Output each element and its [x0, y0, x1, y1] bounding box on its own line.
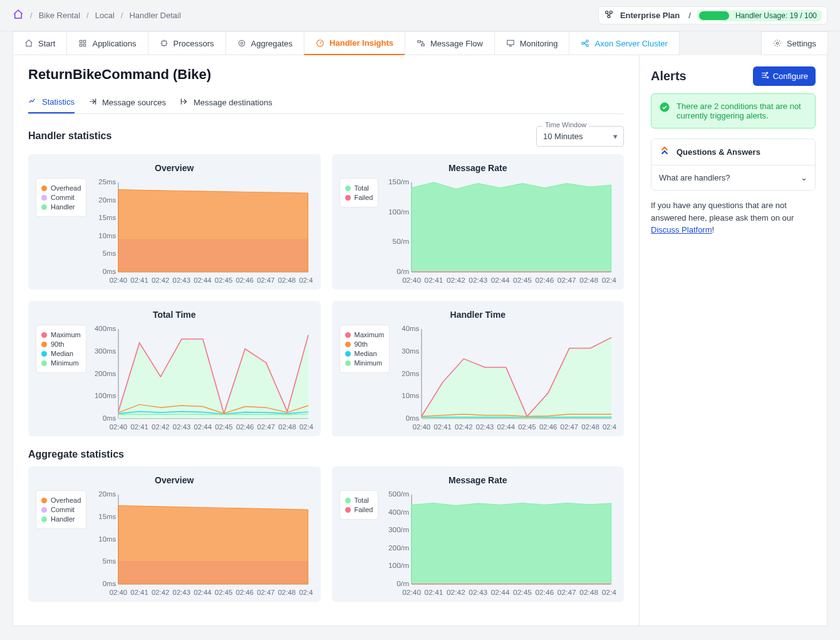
crumb-1[interactable]: Local [95, 11, 115, 20]
chart-title: Overview [36, 163, 313, 173]
svg-text:02:47: 02:47 [257, 589, 274, 595]
legend-item: Overhead [41, 496, 81, 504]
svg-text:02:46: 02:46 [536, 276, 554, 283]
legend-item: Total [345, 496, 373, 504]
legend: Maximum90thMedianMinimum [36, 325, 86, 373]
svg-text:02:49: 02:49 [299, 423, 313, 430]
svg-text:02:40: 02:40 [413, 423, 430, 430]
legend: TotalFailed [340, 490, 379, 520]
chart-title: Total Time [36, 310, 313, 320]
svg-text:02:41: 02:41 [131, 276, 148, 283]
qa-item[interactable]: What are handlers? ⌄ [651, 165, 815, 190]
legend-item: Total [345, 184, 373, 192]
innertab-stats[interactable]: Statistics [28, 92, 75, 113]
crumb-2[interactable]: Handler Detail [129, 11, 180, 20]
separator-icon: / [86, 11, 89, 20]
configure-button[interactable]: Configure [753, 66, 816, 86]
alert-ok-banner: There are 2 conditions that are not curr… [651, 93, 816, 129]
svg-text:02:48: 02:48 [278, 423, 296, 430]
svg-text:02:43: 02:43 [469, 276, 488, 283]
time-window-dropdown[interactable]: 1 Minute5 Minutes10 Minutes30 Minutes1 H… [536, 126, 624, 147]
svg-text:300/m: 300/m [388, 527, 409, 533]
svg-text:0/m: 0/m [397, 580, 410, 587]
chart-title: Message Rate [340, 475, 617, 485]
svg-text:200ms: 200ms [95, 370, 117, 377]
svg-rect-7 [162, 41, 166, 46]
qa-box: Questions & Answers What are handlers? ⌄ [651, 139, 816, 191]
svg-text:0ms: 0ms [103, 580, 116, 587]
tab-start[interactable]: Start [13, 31, 67, 55]
gauge-icon [316, 39, 324, 48]
plan-icon [604, 9, 614, 21]
cpu-icon [160, 39, 169, 48]
svg-text:150/m: 150/m [388, 179, 409, 186]
svg-text:15ms: 15ms [99, 513, 117, 520]
breadcrumb: / Bike Rental / Local / Handler Detail [13, 9, 181, 22]
svg-text:0/m: 0/m [397, 268, 410, 275]
innertab-label: Statistics [42, 97, 75, 107]
svg-point-15 [586, 40, 589, 43]
svg-text:02:48: 02:48 [278, 589, 296, 595]
usage-pill: Handler Usage: 19 / 100 [697, 10, 822, 21]
svg-text:02:41: 02:41 [434, 423, 452, 430]
svg-text:02:45: 02:45 [215, 589, 232, 595]
inner-tabs: StatisticsMessage sourcesMessage destina… [28, 92, 624, 114]
crumb-0[interactable]: Bike Rental [39, 11, 80, 20]
tab-applications[interactable]: Applications [66, 31, 148, 55]
legend-item: Failed [345, 194, 373, 201]
tab-message-flow[interactable]: Message Flow [405, 31, 495, 55]
innertab-sources[interactable]: Message sources [88, 92, 166, 113]
page-title: ReturnBikeCommand (Bike) [28, 66, 624, 83]
svg-text:10ms: 10ms [402, 392, 420, 399]
svg-text:02:40: 02:40 [403, 276, 422, 283]
tab-processors[interactable]: Processors [148, 31, 226, 55]
tab-settings[interactable]: Settings [761, 31, 828, 55]
svg-text:02:49: 02:49 [603, 423, 616, 430]
legend-item: Commit [41, 506, 81, 513]
legend-item: Handler [41, 515, 81, 523]
svg-rect-4 [84, 40, 86, 43]
svg-text:20ms: 20ms [99, 196, 117, 203]
discuss-link[interactable]: Discuss Platform [651, 225, 712, 234]
configure-label: Configure [773, 71, 808, 81]
innertab-icon [28, 97, 37, 107]
svg-text:100ms: 100ms [95, 392, 117, 399]
legend-item: Overhead [41, 184, 81, 192]
legend-item: Maximum [41, 331, 81, 338]
side-note: If you have any questions that are not a… [651, 199, 816, 236]
svg-point-9 [241, 42, 243, 45]
svg-text:20ms: 20ms [402, 370, 420, 377]
legend-item: Handler [41, 203, 81, 211]
tab-monitoring[interactable]: Monitoring [494, 31, 570, 55]
tab-label: Aggregates [251, 39, 293, 48]
handler-section-head: Handler statistics Time Window 1 Minute5… [28, 124, 624, 148]
svg-text:02:45: 02:45 [215, 276, 232, 283]
innertab-icon [88, 97, 97, 108]
svg-text:02:42: 02:42 [447, 589, 465, 595]
svg-text:02:46: 02:46 [236, 276, 254, 283]
separator-icon: / [688, 11, 691, 20]
svg-rect-5 [80, 44, 82, 46]
svg-rect-3 [80, 40, 82, 43]
innertab-dests[interactable]: Message destinations [180, 92, 272, 113]
time-window-select[interactable]: Time Window 1 Minute5 Minutes10 Minutes3… [536, 126, 624, 147]
svg-text:02:44: 02:44 [194, 276, 212, 283]
svg-text:02:47: 02:47 [557, 276, 576, 283]
gear-icon [773, 39, 782, 48]
tab-axon-cluster[interactable]: Axon Server Cluster [569, 31, 679, 55]
legend-item: Failed [345, 506, 373, 513]
chart-title: Message Rate [340, 163, 617, 173]
monitor-icon [506, 39, 515, 48]
handler-charts: OverviewOverheadCommitHandler0ms5ms10ms1… [28, 154, 624, 436]
tab-aggregates[interactable]: Aggregates [226, 31, 305, 55]
svg-text:25ms: 25ms [99, 179, 117, 186]
chart-title: Handler Time [340, 310, 617, 320]
svg-text:02:43: 02:43 [173, 589, 190, 595]
svg-text:02:40: 02:40 [109, 423, 127, 430]
svg-text:0ms: 0ms [406, 415, 420, 422]
home-icon[interactable] [13, 9, 24, 22]
legend: Maximum90thMedianMinimum [340, 325, 390, 373]
svg-text:02:43: 02:43 [173, 276, 190, 283]
tab-handler-insights[interactable]: Handler Insights [304, 31, 405, 55]
legend-item: 90th [41, 340, 81, 348]
